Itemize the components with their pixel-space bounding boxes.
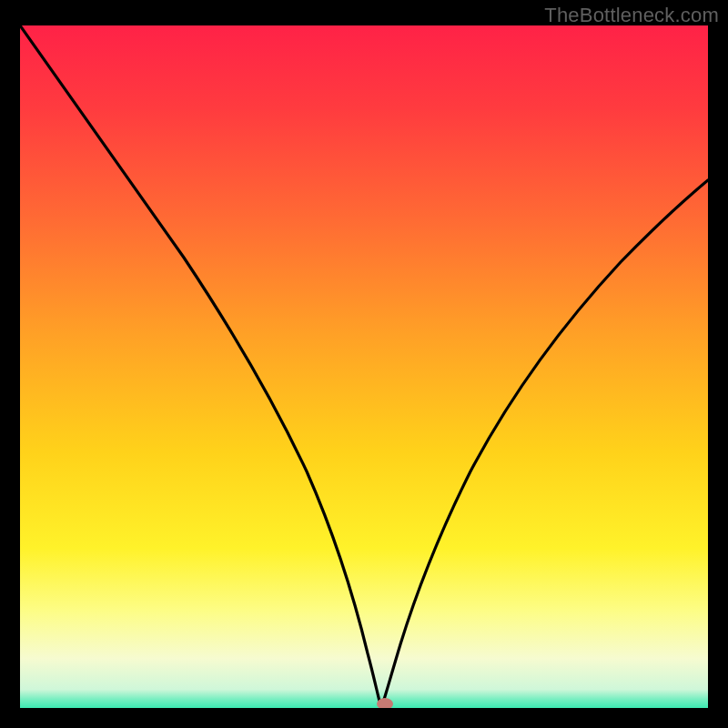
curve-path	[20, 25, 708, 708]
watermark-text: TheBottleneck.com	[544, 4, 719, 27]
chart-frame: TheBottleneck.com	[0, 0, 728, 728]
plot-area	[20, 25, 708, 708]
optimum-marker	[377, 698, 393, 708]
bottleneck-curve	[20, 25, 708, 708]
